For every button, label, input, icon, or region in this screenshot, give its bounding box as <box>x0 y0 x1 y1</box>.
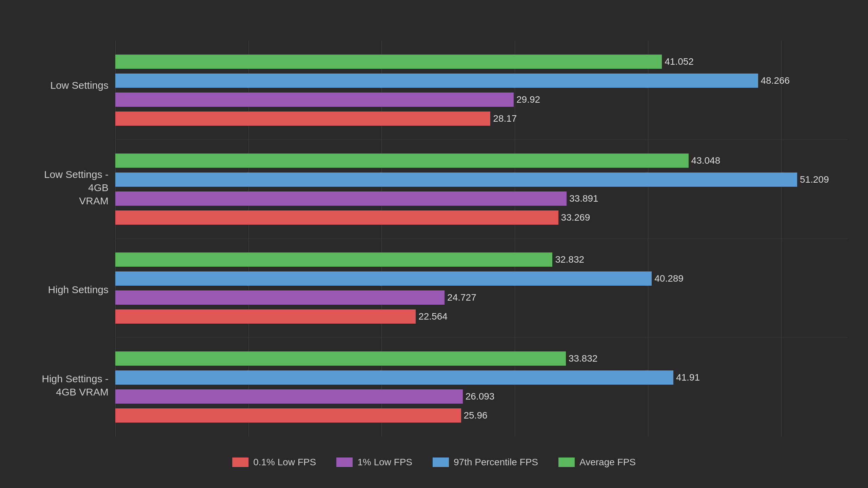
bar-value-1-1: 51.209 <box>800 174 829 185</box>
bar-row-1-0: 43.048 <box>115 153 848 168</box>
y-label-1: Low Settings - 4GB VRAM <box>44 161 108 214</box>
bar-row-3-3: 25.96 <box>115 408 848 423</box>
bar-value-2-0: 32.832 <box>555 254 584 265</box>
legend-label-3: Average FPS <box>579 457 636 468</box>
bar-row-0-1: 48.266 <box>115 73 848 88</box>
bar-value-3-0: 33.832 <box>569 353 598 364</box>
bar-blue-0 <box>115 74 758 88</box>
chart-area: Low SettingsLow Settings - 4GB VRAMHigh … <box>20 41 848 436</box>
category-section-1: 43.04851.20933.89133.269 <box>115 140 848 239</box>
bar-value-2-1: 40.289 <box>654 273 684 284</box>
bar-green-3 <box>115 351 566 366</box>
legend-color-red <box>232 458 249 467</box>
bar-blue-2 <box>115 271 652 286</box>
bar-value-1-3: 33.269 <box>561 212 590 223</box>
legend-label-2: 97th Percentile FPS <box>454 457 538 468</box>
bar-value-0-3: 28.17 <box>493 113 517 124</box>
bar-value-2-2: 24.727 <box>447 292 476 303</box>
bar-row-3-1: 41.91 <box>115 370 848 385</box>
bar-value-3-3: 25.96 <box>464 410 488 421</box>
bar-row-0-3: 28.17 <box>115 111 848 126</box>
y-label-0: Low Settings <box>50 72 108 99</box>
legend-label-1: 1% Low FPS <box>357 457 412 468</box>
y-label-3: High Settings - 4GB VRAM <box>42 365 108 405</box>
y-labels: Low SettingsLow Settings - 4GB VRAMHigh … <box>20 41 115 436</box>
bar-purple-1 <box>115 191 567 206</box>
bar-value-3-2: 26.093 <box>466 391 495 402</box>
bars-area: 41.05248.26629.9228.1743.04851.20933.891… <box>115 41 848 436</box>
bar-value-0-2: 29.92 <box>516 94 540 105</box>
bar-purple-0 <box>115 93 514 107</box>
bar-row-0-2: 29.92 <box>115 92 848 107</box>
bar-blue-1 <box>115 172 797 187</box>
bar-row-3-0: 33.832 <box>115 351 848 366</box>
bar-value-1-0: 43.048 <box>691 155 721 166</box>
legend-item-2: 97th Percentile FPS <box>433 457 538 468</box>
legend-color-blue <box>433 458 449 467</box>
bar-value-3-1: 41.91 <box>676 372 700 383</box>
bar-value-0-0: 41.052 <box>665 56 694 67</box>
bar-green-1 <box>115 154 689 168</box>
legend-label-0: 0.1% Low FPS <box>253 457 316 468</box>
bar-row-1-1: 51.209 <box>115 172 848 187</box>
bar-red-2 <box>115 309 416 324</box>
bar-blue-3 <box>115 370 673 385</box>
bar-red-3 <box>115 408 461 423</box>
bar-purple-3 <box>115 389 463 404</box>
bar-purple-2 <box>115 290 445 305</box>
bar-row-2-0: 32.832 <box>115 252 848 267</box>
bar-green-0 <box>115 55 662 69</box>
bar-value-2-3: 22.564 <box>418 311 448 322</box>
bar-value-1-2: 33.891 <box>569 193 598 204</box>
bar-row-0-0: 41.052 <box>115 54 848 69</box>
category-section-0: 41.05248.26629.9228.17 <box>115 41 848 140</box>
bar-row-2-1: 40.289 <box>115 271 848 286</box>
bar-row-2-3: 22.564 <box>115 309 848 324</box>
legend-item-3: Average FPS <box>558 457 636 468</box>
bar-row-3-2: 26.093 <box>115 389 848 404</box>
bar-value-0-1: 48.266 <box>761 75 790 86</box>
bar-red-1 <box>115 210 558 225</box>
legend: 0.1% Low FPS1% Low FPS97th Percentile FP… <box>20 450 848 474</box>
legend-item-1: 1% Low FPS <box>336 457 412 468</box>
bar-red-0 <box>115 111 490 126</box>
chart-container: Low SettingsLow Settings - 4GB VRAMHigh … <box>20 41 848 474</box>
category-section-2: 32.83240.28924.72722.564 <box>115 239 848 338</box>
category-section-3: 33.83241.9126.09325.96 <box>115 338 848 436</box>
bar-row-1-2: 33.891 <box>115 191 848 206</box>
legend-item-0: 0.1% Low FPS <box>232 457 316 468</box>
legend-color-purple <box>336 458 353 467</box>
bar-green-2 <box>115 252 552 267</box>
legend-color-green <box>558 458 575 467</box>
bar-row-1-3: 33.269 <box>115 210 848 225</box>
bar-row-2-2: 24.727 <box>115 290 848 305</box>
y-label-2: High Settings <box>48 276 108 303</box>
